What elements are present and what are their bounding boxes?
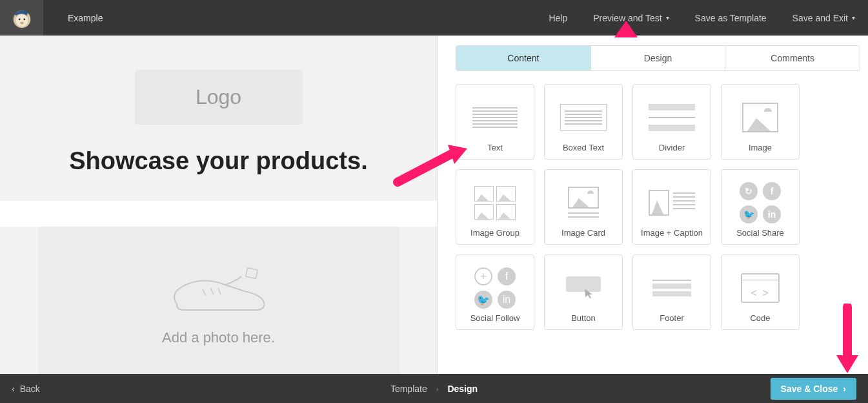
save-and-close-button[interactable]: Save & Close › bbox=[771, 378, 856, 400]
tab-design[interactable]: Design bbox=[590, 46, 725, 70]
block-divider[interactable]: Divider bbox=[632, 84, 711, 160]
divider-icon bbox=[647, 98, 696, 138]
photo-placeholder-caption: Add a photo here. bbox=[162, 329, 275, 346]
campaign-name[interactable]: Example bbox=[68, 13, 103, 23]
main-split: Logo Showcase your products. Add a photo… bbox=[0, 36, 868, 374]
svg-point-1 bbox=[15, 14, 28, 26]
button-icon bbox=[559, 268, 608, 308]
chevron-right-icon: › bbox=[843, 384, 846, 394]
svg-point-2 bbox=[18, 18, 20, 20]
svg-point-3 bbox=[23, 18, 25, 20]
editor-tabs: Content Design Comments bbox=[456, 45, 860, 71]
save-and-exit-dropdown[interactable]: Save and Exit ▾ bbox=[780, 13, 868, 23]
image-icon bbox=[736, 98, 785, 138]
tab-content[interactable]: Content bbox=[456, 46, 590, 70]
block-image-caption[interactable]: Image + Caption bbox=[632, 169, 711, 245]
chevron-down-icon: ▾ bbox=[666, 14, 669, 21]
block-code[interactable]: < > Code bbox=[721, 254, 800, 330]
footer-icon bbox=[647, 268, 696, 308]
photo-placeholder-block[interactable]: Add a photo here. bbox=[38, 227, 399, 374]
crumb-design: Design bbox=[447, 384, 478, 394]
code-icon: < > bbox=[736, 268, 785, 308]
chevron-right-icon: › bbox=[436, 385, 439, 393]
block-social-share[interactable]: ↻f🐦in Social Share bbox=[721, 169, 800, 245]
block-text[interactable]: Text bbox=[456, 84, 534, 160]
brand-logo[interactable] bbox=[0, 0, 43, 36]
block-button[interactable]: Button bbox=[544, 254, 623, 330]
back-button[interactable]: ‹ Back bbox=[12, 384, 40, 394]
chevron-left-icon: ‹ bbox=[12, 384, 15, 394]
image-card-icon bbox=[559, 183, 608, 223]
monkey-icon bbox=[10, 6, 34, 30]
save-as-template-link[interactable]: Save as Template bbox=[682, 13, 780, 23]
logo-placeholder-block[interactable]: Logo bbox=[135, 70, 303, 125]
chevron-down-icon: ▾ bbox=[852, 14, 855, 21]
email-preview-pane[interactable]: Logo Showcase your products. Add a photo… bbox=[0, 36, 437, 374]
social-follow-icon: +f🐦in bbox=[470, 268, 520, 308]
boxed-text-icon bbox=[559, 98, 608, 138]
block-footer[interactable]: Footer bbox=[632, 254, 711, 330]
headline-text[interactable]: Showcase your products. bbox=[0, 147, 437, 175]
social-share-icon: ↻f🐦in bbox=[736, 183, 785, 223]
help-link[interactable]: Help bbox=[536, 13, 580, 23]
content-blocks-grid: Text Boxed Text Divider Image Image Grou… bbox=[456, 84, 860, 330]
editor-panel: Content Design Comments Text Boxed Text … bbox=[437, 36, 868, 374]
image-group-icon bbox=[470, 183, 520, 223]
image-caption-icon bbox=[647, 183, 696, 223]
breadcrumb: Template › Design bbox=[390, 384, 478, 394]
text-lines-icon bbox=[470, 98, 520, 138]
block-social-follow[interactable]: +f🐦in Social Follow bbox=[456, 254, 534, 330]
tab-comments[interactable]: Comments bbox=[725, 46, 860, 70]
block-image-card[interactable]: Image Card bbox=[544, 169, 623, 245]
shoe-icon bbox=[164, 262, 274, 320]
svg-point-4 bbox=[20, 21, 24, 24]
crumb-template[interactable]: Template bbox=[390, 384, 427, 394]
block-boxed-text[interactable]: Boxed Text bbox=[544, 84, 623, 160]
block-image-group[interactable]: Image Group bbox=[456, 169, 534, 245]
bottom-bar: ‹ Back Template › Design Save & Close › bbox=[0, 374, 868, 403]
preview-and-test-dropdown[interactable]: Preview and Test ▾ bbox=[580, 13, 681, 23]
block-image[interactable]: Image bbox=[721, 84, 800, 160]
top-bar: Example Help Preview and Test ▾ Save as … bbox=[0, 0, 868, 36]
svg-rect-5 bbox=[245, 267, 257, 278]
